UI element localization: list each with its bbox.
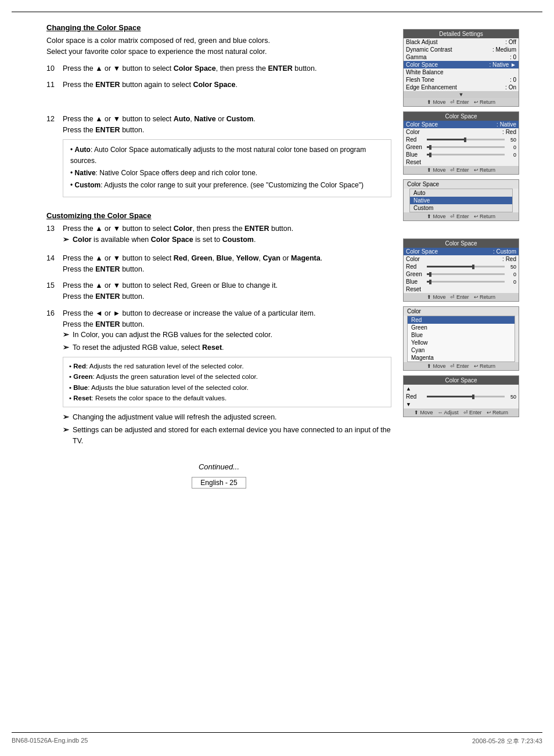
- widget6-title: Color Space: [404, 376, 519, 385]
- main-content: Changing the Color Space Color space is …: [46, 23, 519, 489]
- arrow-sym-2: ➢: [63, 342, 69, 353]
- widget3-color-space-label: Color Space: [404, 180, 519, 189]
- step-14: 14 Press the ▲ or ▼ button to select Red…: [46, 253, 391, 275]
- widget6-arrow-down: ▼: [404, 400, 519, 408]
- widget2-color: Color: Red: [404, 128, 519, 136]
- widget4-blue: Blue 0: [404, 278, 519, 285]
- widget1-black-adjust: Black Adjust: Off: [404, 38, 519, 46]
- widget6-red-track: [427, 396, 505, 397]
- widget5-green: Green: [408, 324, 515, 331]
- widget1-title: Detailed Settings: [404, 30, 519, 38]
- widget1-flesh-tone: Flesh Tone: 0: [404, 76, 519, 84]
- step-16: 16 Press the ◄ or ► button to decrease o…: [46, 308, 391, 448]
- widget4-color-space: Color Space: Custom: [404, 248, 519, 255]
- color-dropdown-widget: Color Red Green Blue Yellow Cyan Magenta…: [403, 306, 519, 371]
- widget6-arrow-up: ▲: [404, 385, 519, 393]
- border-top: [12, 12, 542, 12]
- step-16-content: Press the ◄ or ► button to decrease or i…: [63, 308, 391, 448]
- widget2-blue-track: [427, 154, 505, 155]
- step-14-content: Press the ▲ or ▼ button to select Red, G…: [63, 253, 391, 275]
- continued-text: Continued...: [46, 462, 391, 471]
- color-space-native-widget: Color Space Color Space: Native Color: R…: [403, 111, 519, 175]
- section1-title: Changing the Color Space: [46, 23, 391, 32]
- detailed-settings-widget: Detailed Settings Black Adjust: Off Dyna…: [403, 29, 519, 107]
- widget2-green-track: [427, 146, 505, 148]
- widget1-color-space: Color Space: Native ►: [404, 61, 519, 68]
- widget6-red-slider: Red 50: [404, 393, 519, 400]
- step-13: 13 Press the ▲ or ▼ button to select Col…: [46, 223, 391, 247]
- widget5-magenta: Magenta: [408, 354, 515, 361]
- step-11: 11 Press the ENTER button again to selec…: [46, 79, 391, 91]
- widget2-reset: Reset: [404, 158, 519, 166]
- widget5-color-label: Color: [404, 307, 519, 316]
- widget4-green-track: [427, 273, 505, 275]
- widget4-red: Red 50: [404, 263, 519, 270]
- footer-bar: BN68-01526A-Eng.indb 25 2008-05-28 오후 7:…: [12, 737, 542, 746]
- page: Changing the Color Space Color space is …: [0, 0, 554, 756]
- section-customizing-color-space: Customizing the Color Space 13 Press the…: [46, 211, 391, 448]
- widget4-color: Color: Red: [404, 255, 519, 263]
- widget1-white-balance: White Balance: [404, 68, 519, 76]
- step-13-arrow-text: Color is available when Color Space is s…: [73, 234, 256, 245]
- step-14-num: 14: [46, 253, 58, 275]
- step-16-arrow1: ➢ In Color, you can adjust the RGB value…: [63, 330, 391, 341]
- widget4-title: Color Space: [404, 239, 519, 248]
- step-13-arrow: ➢ Color is available when Color Space is…: [63, 234, 391, 245]
- widget1-edge-enhancement: Edge Enhancement: On: [404, 84, 519, 91]
- step-16-bottom2-text: Settings can be adjusted and stored for …: [73, 425, 391, 447]
- step-11-content: Press the ENTER button again to select C…: [63, 79, 391, 91]
- widget5-blue: Blue: [408, 331, 515, 339]
- widget1-dynamic-contrast: Dynamic Contrast: Medium: [404, 46, 519, 53]
- page-number: English - 25: [46, 477, 391, 489]
- step-10: 10 Press the ▲ or ▼ button to select Col…: [46, 63, 391, 74]
- color-space-adjust-widget: Color Space ▲ Red 50 ▼ ⬆ Move: [403, 375, 519, 417]
- widget6-footer: ⬆ Move ↔ Adjust ⏎ Enter ↩ Return: [404, 408, 519, 417]
- widget3-footer: ⬆ Move ⏎ Enter ↩ Return: [404, 212, 519, 220]
- arrow-sym-1: ➢: [63, 330, 69, 341]
- widget3-dropdown: Auto Native Custom: [409, 189, 513, 212]
- section-changing-color-space: Changing the Color Space Color space is …: [46, 23, 391, 197]
- step-15-num: 15: [46, 280, 58, 302]
- color-space-custom-widget: Color Space Color Space: Custom Color: R…: [403, 238, 519, 302]
- auto-native-custom-widget: Color Space Auto Native Custom ⬆ Move ⏎ …: [403, 179, 519, 221]
- widget3-auto: Auto: [410, 189, 512, 197]
- step-12-content: Press the ▲ or ▼ button to select Auto, …: [63, 114, 391, 197]
- step-16-small-box: • Red: Adjusts the red saturation level …: [63, 357, 391, 408]
- widget1-gamma: Gamma: 0: [404, 53, 519, 61]
- widget5-footer: ⬆ Move ⏎ Enter ↩ Return: [404, 362, 519, 370]
- widget2-red-track: [427, 139, 505, 140]
- step-12-note: • Auto: Auto Color Space automatically a…: [63, 139, 391, 198]
- widget4-red-track: [427, 266, 505, 267]
- widget2-title: Color Space: [404, 112, 519, 121]
- step-16-bottom1-text: Changing the adjustment value will refre…: [73, 412, 277, 423]
- border-bottom: [12, 732, 542, 733]
- step-16-bottom2: ➢ Settings can be adjusted and stored fo…: [63, 425, 391, 447]
- widget2-red: Red 50: [404, 136, 519, 143]
- widget2-color-space: Color Space: Native: [404, 121, 519, 128]
- step-10-content: Press the ▲ or ▼ button to select Color …: [63, 63, 391, 74]
- arrow-sym-4: ➢: [63, 425, 69, 447]
- step-16-num: 16: [46, 308, 58, 448]
- widget2-footer: ⬆ Move ⏎ Enter ↩ Return: [404, 166, 519, 174]
- step-16-arrow1-text: In Color, you can adjust the RGB values …: [73, 330, 272, 341]
- widget1-down-arrow: ▼: [404, 91, 519, 98]
- step-11-num: 11: [46, 79, 58, 91]
- step-15: 15 Press the ▲ or ▼ button to select Red…: [46, 280, 391, 302]
- step-13-num: 13: [46, 223, 58, 247]
- widget3-native: Native: [410, 197, 512, 204]
- widget4-footer: ⬆ Move ⏎ Enter ↩ Return: [404, 293, 519, 301]
- step-16-arrow2-text: To reset the adjusted RGB value, select …: [73, 342, 224, 353]
- step-10-num: 10: [46, 63, 58, 74]
- widget2-green: Green 0: [404, 143, 519, 151]
- widget4-blue-track: [427, 281, 505, 283]
- arrow-sym-3: ➢: [63, 412, 69, 423]
- widget4-green: Green 0: [404, 270, 519, 278]
- section2-title: Customizing the Color Space: [46, 211, 391, 220]
- footer-left: BN68-01526A-Eng.indb 25: [12, 737, 88, 746]
- text-column: Changing the Color Space Color space is …: [46, 23, 391, 489]
- widget3-custom: Custom: [410, 204, 512, 212]
- section1-intro: Color space is a color matrix composed o…: [46, 35, 391, 57]
- widget4-reset: Reset: [404, 285, 519, 293]
- widget5-cyan: Cyan: [408, 346, 515, 354]
- step-12: 12 Press the ▲ or ▼ button to select Aut…: [46, 114, 391, 197]
